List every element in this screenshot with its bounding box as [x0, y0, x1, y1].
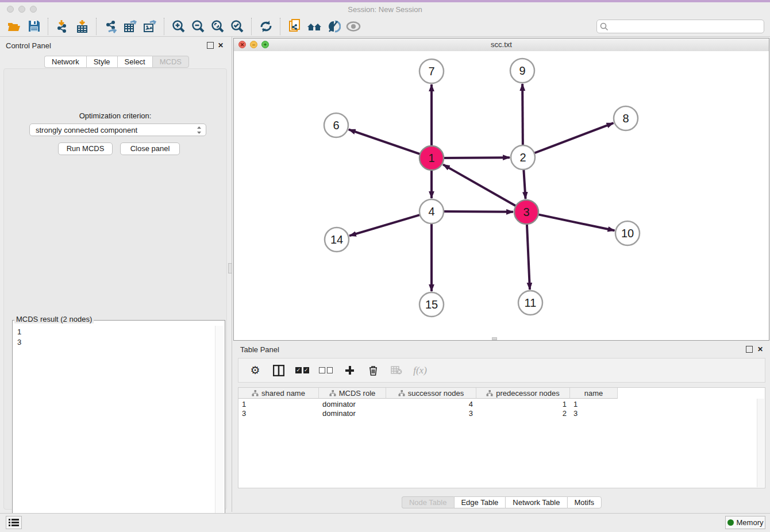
graph-node-label: 14 [330, 233, 343, 246]
graph-edge-3-10[interactable] [537, 214, 615, 230]
tab-network-table[interactable]: Network Table [505, 496, 567, 508]
graph-node-label: 8 [622, 112, 629, 125]
tab-node-table[interactable]: Node Table [402, 496, 454, 508]
cell-shared-name[interactable]: 3 [238, 409, 319, 418]
export-table-icon[interactable] [121, 18, 140, 35]
column-header-predecessor-nodes[interactable]: predecessor nodes [476, 388, 570, 399]
column-header-mcds-role[interactable]: MCDS role [319, 388, 386, 399]
cell-mcds-role[interactable]: dominator [319, 400, 386, 409]
cell-shared-name[interactable]: 1 [238, 400, 319, 409]
graph-edge-2-9[interactable] [522, 84, 523, 147]
table-panel-title: Table Panel [240, 345, 279, 354]
zoom-selected-icon[interactable] [228, 18, 247, 35]
tab-motifs[interactable]: Motifs [567, 496, 602, 508]
table-tabs: Node Table Edge Table Network Table Moti… [402, 496, 602, 508]
table-float-icon[interactable] [746, 346, 753, 353]
panel-divider-grip[interactable] [228, 263, 232, 273]
duplicate-network-icon[interactable] [285, 18, 305, 35]
horizontal-splitter-grip[interactable] [492, 337, 497, 340]
delete-icon[interactable] [366, 364, 380, 377]
table-toolbar: ⚙ ✓✓ f(x) [238, 358, 765, 383]
graph-node-label: 10 [621, 227, 634, 240]
tab-select[interactable]: Select [117, 56, 152, 68]
cell-name[interactable]: 1 [570, 400, 618, 409]
status-bar: Memory [0, 513, 770, 532]
table-row[interactable]: 1 dominator 4 1 1 [238, 400, 618, 409]
tab-edge-table[interactable]: Edge Table [453, 496, 505, 508]
zoom-fit-icon[interactable] [208, 18, 228, 35]
search-field[interactable] [596, 20, 764, 33]
optimization-criterion-label: Optimization criterion: [4, 111, 226, 120]
first-neighbors-icon[interactable] [305, 18, 324, 35]
network-view-window: ✕ − + scc.txt 1234678910111415 [233, 38, 769, 341]
cell-predecessor-nodes[interactable]: 1 [476, 400, 570, 409]
window-title: Session: New Session [0, 5, 770, 14]
save-session-icon[interactable] [24, 18, 44, 35]
show-all-icon[interactable] [344, 18, 363, 35]
refresh-icon[interactable] [256, 18, 276, 35]
control-panel-tabs: Network Style Select MCDS [44, 56, 189, 68]
graph-edge-2-3[interactable] [523, 168, 525, 199]
run-mcds-button[interactable]: Run MCDS [58, 142, 113, 155]
open-session-icon[interactable] [5, 18, 24, 35]
add-icon[interactable] [342, 364, 356, 377]
graph-edge-4-14[interactable] [349, 214, 421, 236]
mcds-result-textarea[interactable]: 1 3 [12, 320, 225, 532]
import-network-icon[interactable] [53, 18, 72, 35]
cell-successor-nodes[interactable]: 3 [386, 409, 476, 418]
cell-name[interactable]: 3 [570, 409, 618, 418]
select-all-icon[interactable]: ✓✓ [295, 364, 309, 377]
graph-edge-1-2[interactable] [442, 157, 510, 158]
zoom-out-icon[interactable] [188, 18, 208, 35]
network-canvas[interactable]: 1234678910111415 [234, 51, 769, 340]
delete-column-icon[interactable] [390, 364, 403, 377]
close-panel-icon[interactable]: ✕ [217, 42, 224, 49]
application-window: Session: New Session [0, 0, 770, 532]
network-graph: 1234678910111415 [234, 51, 769, 340]
task-history-button[interactable] [6, 516, 22, 529]
table-close-icon[interactable]: ✕ [757, 346, 764, 353]
export-image-icon[interactable] [140, 18, 160, 35]
cell-successor-nodes[interactable]: 4 [386, 400, 476, 409]
optimization-criterion-dropdown[interactable]: strongly connected component [29, 124, 206, 136]
graph-edge-3-11[interactable] [527, 223, 530, 290]
deselect-all-icon[interactable] [319, 364, 333, 377]
export-network-icon[interactable] [101, 18, 121, 35]
search-icon [600, 22, 609, 31]
graph-edge-2-8[interactable] [533, 123, 614, 153]
zoom-in-icon[interactable] [169, 18, 188, 35]
import-table-icon[interactable] [72, 18, 92, 35]
memory-button[interactable]: Memory [725, 516, 765, 529]
graph-edge-1-6[interactable] [349, 129, 421, 154]
control-panel-title: Control Panel [6, 41, 51, 50]
graph-edge-3-1[interactable] [443, 164, 517, 206]
float-panel-icon[interactable] [207, 42, 214, 49]
memory-status-icon [727, 519, 734, 526]
mcds-result-values: 1 3 [17, 327, 21, 348]
table-row[interactable]: 3 dominator 3 2 3 [238, 409, 618, 418]
cell-mcds-role[interactable]: dominator [319, 409, 386, 418]
column-header-shared-name[interactable]: shared name [238, 388, 319, 399]
search-input[interactable] [611, 21, 761, 32]
table-header-row: shared name MCDS role successor nodes pr… [238, 388, 618, 399]
gear-icon[interactable]: ⚙ [248, 364, 262, 377]
table-scrollbar[interactable] [757, 399, 764, 487]
cell-predecessor-nodes[interactable]: 2 [476, 409, 570, 418]
tab-network[interactable]: Network [44, 56, 86, 68]
mcds-result-legend: MCDS result (2 nodes) [14, 315, 94, 323]
tab-mcds[interactable]: MCDS [152, 56, 189, 68]
attribute-icon [398, 390, 405, 396]
column-icon[interactable] [272, 364, 286, 377]
tab-style[interactable]: Style [86, 56, 117, 68]
graph-node-label: 2 [519, 151, 526, 164]
graph-node-label: 3 [523, 206, 529, 218]
network-window-titlebar[interactable]: ✕ − + scc.txt [234, 38, 769, 52]
close-panel-button[interactable]: Close panel [120, 142, 180, 155]
hide-selected-icon[interactable] [324, 18, 344, 35]
column-header-successor-nodes[interactable]: successor nodes [386, 388, 476, 399]
result-scrollbar[interactable] [215, 326, 223, 532]
column-header-name[interactable]: name [570, 388, 618, 399]
graph-node-label: 1 [428, 152, 434, 164]
graph-edge-4-3[interactable] [442, 211, 513, 212]
function-icon[interactable]: f(x) [413, 364, 427, 377]
